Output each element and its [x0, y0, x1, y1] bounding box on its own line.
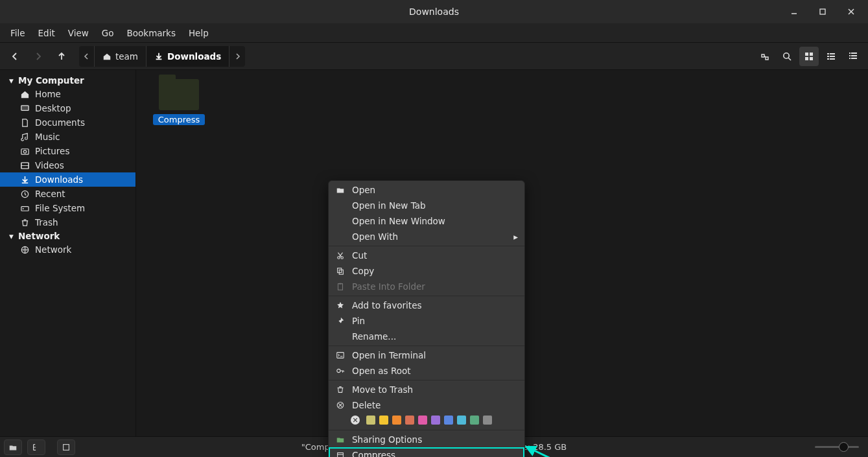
nav-back-button[interactable]: [5, 47, 25, 66]
nav-up-button[interactable]: [52, 47, 71, 66]
ctx-open-with[interactable]: Open With ▸: [329, 229, 524, 244]
color-swatch[interactable]: [457, 416, 466, 425]
content-area[interactable]: Compress Open Open in New Tab Open in Ne…: [136, 70, 868, 436]
sidebar-item-pictures[interactable]: Pictures: [0, 144, 135, 158]
menu-file[interactable]: File: [4, 25, 32, 41]
menu-bookmarks[interactable]: Bookmarks: [121, 25, 182, 41]
close-button[interactable]: [837, 0, 865, 23]
ctx-open-terminal[interactable]: Open in Terminal: [329, 347, 524, 363]
nav-forward-button[interactable]: [29, 47, 48, 66]
sidebar-item-label: Recent: [35, 189, 65, 199]
maximize-button[interactable]: [808, 0, 837, 23]
sidebar-group-network[interactable]: ▾ Network: [0, 229, 135, 242]
search-button[interactable]: [777, 47, 797, 66]
file-label: Compress: [153, 114, 205, 125]
chevron-down-icon: ▾: [9, 75, 14, 86]
sidebar-item-network[interactable]: Network: [0, 242, 135, 257]
svg-rect-12: [827, 56, 829, 57]
ctx-open[interactable]: Open: [329, 182, 524, 198]
sidebar-group-computer[interactable]: ▾ My Computer: [0, 74, 135, 87]
sidebar-item-music[interactable]: Music: [0, 130, 135, 144]
toolbar-left: team Downloads: [5, 46, 245, 67]
folder-open-icon: [335, 185, 346, 195]
close-sidebar-button[interactable]: [57, 439, 75, 455]
view-icons-button[interactable]: [799, 47, 819, 66]
menu-view[interactable]: View: [62, 25, 95, 41]
ctx-copy[interactable]: Copy: [329, 263, 524, 279]
home-icon: [102, 52, 111, 61]
ctx-label: Compress...: [352, 450, 404, 457]
sidebar-item-recent[interactable]: Recent: [0, 187, 135, 201]
ctx-color-row: ✕: [329, 413, 524, 428]
color-swatch[interactable]: [392, 416, 401, 425]
ctx-compress[interactable]: Compress...: [329, 447, 524, 457]
view-list-button[interactable]: [821, 47, 841, 66]
ctx-label: Sharing Options: [352, 434, 422, 445]
ctx-add-favorites[interactable]: Add to favorites: [329, 298, 524, 313]
zoom-slider[interactable]: [815, 446, 859, 448]
ctx-move-to-trash[interactable]: Move to Trash: [329, 382, 524, 397]
download-icon: [154, 52, 163, 61]
color-swatch[interactable]: [366, 416, 375, 425]
color-swatch[interactable]: [431, 416, 440, 425]
sidebar-item-videos[interactable]: Videos: [0, 158, 135, 172]
svg-rect-36: [339, 283, 342, 285]
svg-rect-18: [849, 55, 850, 56]
home-icon: [19, 89, 30, 99]
svg-rect-15: [830, 58, 835, 60]
path-prev-button[interactable]: [79, 46, 95, 67]
show-treeview-button[interactable]: [27, 439, 45, 455]
menubar: File Edit View Go Bookmarks Help: [0, 23, 868, 43]
minimize-button[interactable]: [780, 0, 808, 23]
star-icon: [335, 300, 346, 311]
file-folder-compress[interactable]: Compress: [148, 79, 210, 125]
sidebar-item-label: Pictures: [35, 146, 69, 156]
ctx-label: Open in New Window: [352, 216, 445, 226]
ctx-label: Copy: [352, 266, 374, 276]
ctx-label: Paste Into Folder: [352, 281, 425, 292]
ctx-sharing-options[interactable]: Sharing Options: [329, 432, 524, 447]
ctx-open-as-root[interactable]: Open as Root: [329, 363, 524, 379]
color-reset-button[interactable]: ✕: [351, 416, 360, 425]
menu-help[interactable]: Help: [182, 25, 215, 41]
ctx-cut[interactable]: Cut: [329, 248, 524, 263]
sidebar-item-trash[interactable]: Trash: [0, 215, 135, 229]
color-swatch[interactable]: [405, 416, 414, 425]
svg-rect-9: [810, 57, 813, 60]
path-segment-home[interactable]: team: [95, 46, 147, 67]
path-next-button[interactable]: [229, 46, 245, 67]
color-swatch[interactable]: [418, 416, 427, 425]
folder-icon: [159, 79, 199, 110]
menu-go[interactable]: Go: [95, 25, 121, 41]
ctx-label: Cut: [352, 250, 367, 261]
svg-point-25: [23, 150, 26, 152]
ctx-pin[interactable]: Pin: [329, 313, 524, 329]
view-compact-button[interactable]: [843, 47, 863, 66]
ctx-delete[interactable]: Delete: [329, 397, 524, 413]
zoom-thumb[interactable]: [839, 442, 849, 452]
toggle-location-button[interactable]: [755, 47, 775, 66]
ctx-open-new-window[interactable]: Open in New Window: [329, 213, 524, 229]
path-segment-label: team: [115, 51, 138, 62]
color-swatch[interactable]: [379, 416, 388, 425]
sidebar-item-downloads[interactable]: Downloads: [0, 172, 135, 187]
show-places-button[interactable]: [4, 439, 22, 455]
color-swatch[interactable]: [470, 416, 479, 425]
ctx-rename[interactable]: Rename...: [329, 329, 524, 344]
sidebar-item-desktop[interactable]: Desktop: [0, 101, 135, 115]
main: ▾ My Computer Home Desktop Documents Mus…: [0, 70, 868, 436]
sidebar-item-home[interactable]: Home: [0, 87, 135, 101]
color-swatch[interactable]: [483, 416, 492, 425]
separator: [329, 430, 524, 430]
ctx-label: Open as Root: [352, 366, 411, 376]
menu-edit[interactable]: Edit: [32, 25, 62, 41]
sidebar-item-documents[interactable]: Documents: [0, 115, 135, 130]
color-swatch[interactable]: [444, 416, 453, 425]
svg-rect-21: [851, 58, 857, 59]
separator: [329, 380, 524, 381]
toolbar-right: [755, 47, 863, 66]
ctx-open-new-tab[interactable]: Open in New Tab: [329, 198, 524, 213]
sidebar-item-filesystem[interactable]: File System: [0, 201, 135, 215]
terminal-icon: [335, 350, 346, 360]
path-segment-current[interactable]: Downloads: [147, 46, 229, 67]
